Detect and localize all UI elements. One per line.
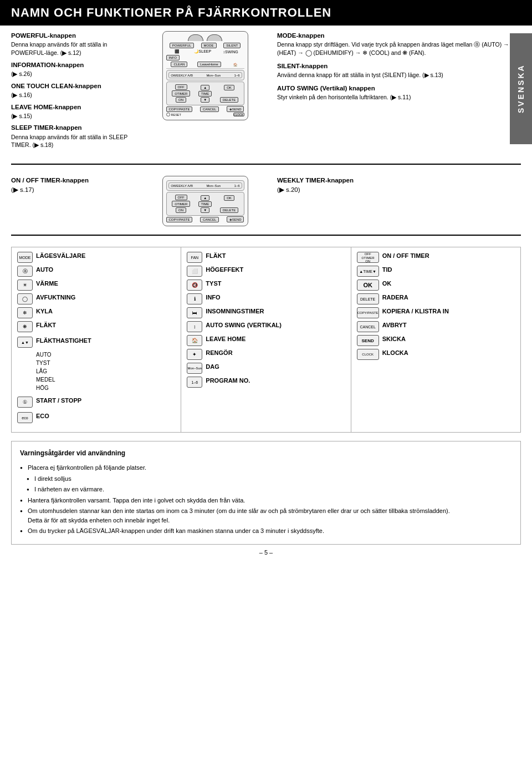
leave-home-row: 🏠 LEAVE HOME: [187, 335, 345, 346]
tid-row: ▲TIME▼ TID: [357, 266, 515, 277]
timer-btn[interactable]: ⊙TIMER: [172, 90, 191, 97]
warning-item-3: I närheten av en värmare.: [27, 485, 512, 494]
fan-speed-row: ▲▼ FLÄKTHASTIGHET: [17, 337, 175, 348]
remote-row-clean: CLEAN LeaveHome 🏠: [166, 62, 244, 67]
tyst-label: TYST: [206, 280, 221, 288]
remote-row-1: POWERFUL MODE SILENT: [166, 43, 244, 48]
reset-clock-row: RESET CLOCK: [166, 113, 244, 116]
send-btn-bottom[interactable]: ◈SEND: [227, 216, 244, 222]
info-btn[interactable]: INFO: [166, 55, 180, 60]
mon-sun-text: Mon–Sun: [206, 74, 221, 77]
program-row: 1–6 PROGRAM NO.: [187, 377, 345, 388]
top-wrapper: POWERFUL-knappen Denna knapp används för…: [0, 26, 532, 566]
on-off-timer-label: ON / OFF TIMER: [382, 252, 429, 260]
tid-sym: ▲TIME▼: [357, 266, 379, 277]
copypaste-btn[interactable]: COPY/PASTE: [166, 106, 193, 112]
weekly-section: ⊙WEEKLY A/B Mon–Sun 1–6: [166, 70, 244, 80]
auto-sym: ⓐ: [17, 266, 33, 277]
auto-swing-vertikal-label: AUTO SWING (VERTIKAL): [206, 321, 282, 329]
auto-swing-desc: Styr vinkeln på den horisontella luftrik…: [277, 93, 521, 101]
warning-item-4: Hantera fjärkontrollen varsamt. Tappa de…: [20, 496, 512, 505]
powerful-title: POWERFUL-knappen: [11, 32, 76, 39]
ok-btn-2[interactable]: OK: [224, 195, 234, 201]
on-off-label: ON / OFF TIMER-knappen (▶ s.17): [11, 176, 139, 226]
remote-top-diagram: POWERFUL MODE SILENT ⬛ 🌙SLEEP ↕SWING INF…: [162, 31, 248, 120]
leavehome-btn[interactable]: LeaveHome: [197, 62, 221, 67]
sleep-timer-desc: Denna knapp används för att ställa in SL…: [11, 133, 139, 149]
clean-btn[interactable]: CLEAN: [171, 62, 187, 67]
leave-home-title: LEAVE HOME-knappen: [11, 104, 81, 110]
auto-label: AUTO: [36, 266, 53, 274]
clock-rect: CLOCK: [233, 113, 244, 116]
send-btn-top[interactable]: ◈SEND: [227, 106, 244, 112]
page-number: – 5 –: [11, 549, 521, 556]
klocka-sym: CLOCK: [357, 349, 379, 360]
fan-speed-group: ▲▼ FLÄKTHASTIGHET AUTOTYSTLÅGMEDELHÖG: [17, 337, 175, 392]
main-content: POWERFUL-knappen Denna knapp används för…: [0, 26, 532, 566]
on-btn-2[interactable]: ON: [176, 207, 186, 213]
timer-section-2: OFF ⊙TIMER ON ▲ TIME ▼ O: [166, 192, 244, 216]
remote-bottom-row-2: COPY/PASTE CANCEL ◈SEND: [166, 216, 244, 222]
silent-btn[interactable]: SILENT: [223, 43, 241, 48]
powerful-btn[interactable]: POWERFUL: [170, 43, 194, 48]
page-header: NAMN OCH FUNKTIONER PÅ FJÄRRKONTROLLEN: [0, 0, 532, 26]
skicka-row: SEND SKICKA: [357, 335, 515, 346]
silent-title: SILENT-knappen: [277, 63, 328, 69]
info-sym: ℹ: [187, 293, 202, 304]
auto-swing-label-right: AUTO SWING (Vertikal) knappen Styr vinke…: [277, 84, 521, 101]
flakt-label-2: FLÄKT: [206, 252, 226, 260]
leave-home-sym: 🏠: [187, 335, 202, 346]
information-title: INFORMATION-knappen: [11, 62, 84, 68]
weekly-timer-title: WEEKLY TIMER-knappen: [277, 177, 354, 184]
off-btn-2[interactable]: OFF: [175, 195, 187, 200]
hogeffekt-sym: ⬜: [187, 266, 202, 277]
time-up-btn[interactable]: ▲: [201, 85, 209, 90]
program-sym: 1–6: [187, 377, 202, 388]
icon-col-1: MODE LÄGESVÄLJARE ⓐ AUTO ☀ VÄRME ◯: [12, 247, 181, 432]
flakt-label-1: FLÄKT: [36, 321, 56, 329]
on-sym-text: ON: [365, 260, 370, 263]
arc-left: [188, 34, 203, 41]
clock-area: CLOCK: [233, 113, 244, 116]
on-btn[interactable]: ON: [176, 97, 186, 103]
silent-desc: Använd denna knapp för att ställa in tys…: [277, 71, 521, 79]
eco-sym: eco: [17, 412, 33, 423]
klocka-label: KLOCKA: [382, 349, 408, 357]
right-labels: MODE-knappen Denna knapp styr driftlägen…: [272, 31, 521, 153]
mode-btn[interactable]: MODE: [201, 43, 217, 48]
off-btn[interactable]: OFF: [175, 84, 187, 90]
time-up-btn-2[interactable]: ▲: [201, 195, 209, 201]
skicka-label: SKICKA: [382, 335, 406, 343]
dag-label: DAG: [206, 363, 219, 371]
time-down-btn[interactable]: ▼: [201, 97, 209, 103]
radera-sym: DELETE: [357, 293, 379, 304]
timer-sym-text: ⊙TIMER: [361, 256, 375, 260]
avfuktning-sym: ◯: [17, 293, 33, 304]
rengor-label: RENGÖR: [206, 349, 232, 357]
timer-col3: OK DELETE: [220, 85, 238, 103]
ok-btn[interactable]: OK: [224, 85, 234, 90]
avfuktning-label: AVFUKTNING: [36, 293, 75, 302]
copypaste-btn-2[interactable]: COPY/PASTE: [166, 217, 193, 222]
eco-label: ECO: [36, 412, 49, 420]
on-off-timer-row: OFF ⊙TIMER ON ON / OFF TIMER: [357, 252, 515, 263]
on-off-timer-sym: OFF ⊙TIMER ON: [357, 252, 379, 263]
time-down-btn-2[interactable]: ▼: [201, 207, 209, 213]
svenska-badge: SVENSKA: [510, 33, 532, 144]
cancel-btn-bottom[interactable]: CANCEL: [200, 217, 219, 222]
leave-home-desc: (▶ s.15): [11, 112, 139, 120]
timer-btn-2[interactable]: ⊙TIMER: [172, 201, 191, 207]
timer-row-2: OFF ⊙TIMER ON ▲ TIME ▼ O: [168, 195, 243, 213]
cancel-btn-top[interactable]: CANCEL: [200, 106, 219, 112]
klocka-row: CLOCK KLOCKA: [357, 349, 515, 360]
delete-btn-2[interactable]: DELETE: [220, 207, 238, 213]
timer-col1-2: OFF ⊙TIMER ON: [172, 195, 191, 213]
start-stopp-group: ① START / STOPP: [17, 397, 175, 408]
varme-sym: ☀: [17, 280, 33, 291]
avbryt-label: AVBRYT: [382, 321, 407, 329]
warning-list: Placera ej fjärrkontrollen på följande p…: [20, 463, 512, 536]
delete-btn[interactable]: DELETE: [220, 97, 238, 103]
radera-label: RADERA: [382, 293, 408, 302]
top-section: POWERFUL-knappen Denna knapp används för…: [11, 31, 521, 165]
mode-group: MODE LÄGESVÄLJARE ⓐ AUTO ☀ VÄRME ◯: [17, 252, 175, 332]
